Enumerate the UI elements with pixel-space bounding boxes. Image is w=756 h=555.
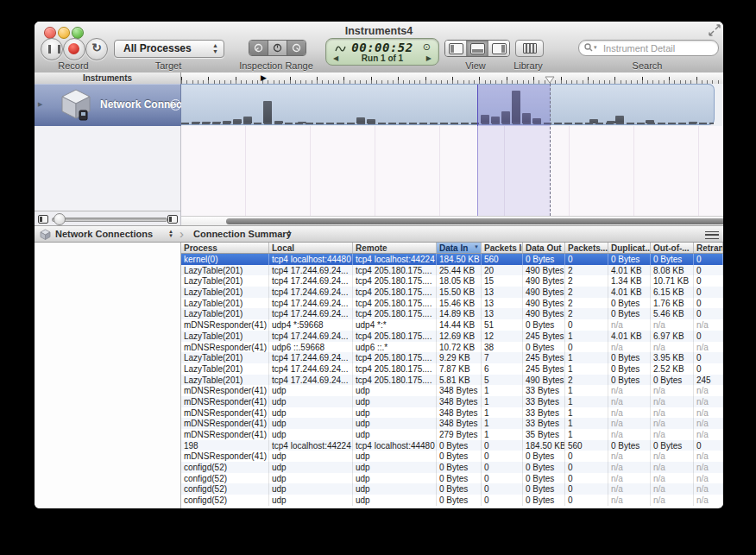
table-row[interactable]: mDNSResponder(41)udpudp279 Bytes135 Byte… — [181, 429, 723, 440]
timeline-lane[interactable] — [181, 84, 715, 125]
table-cell: udp — [269, 473, 353, 484]
column-header-data-in[interactable]: Data In▼ — [437, 243, 482, 253]
table-row[interactable]: LazyTable(201)tcp4 17.244.69.24...tcp4 2… — [181, 265, 723, 276]
table-cell: 0 — [482, 483, 523, 495]
timer-display[interactable]: 00:00:52 ⊙ ◀ Run 1 of 1 ▶ — [325, 38, 439, 66]
inspection-range-middle-button[interactable] — [268, 41, 287, 55]
column-header-data-out[interactable]: Data Out — [523, 243, 565, 253]
table-cell: 6.15 KB — [651, 287, 694, 298]
table-row[interactable]: 198tcp4 localhost:44224tcp4 localhost:44… — [181, 440, 723, 451]
inspection-range-segmented — [249, 40, 306, 56]
timeline-ruler[interactable]: ▶ — [181, 73, 723, 85]
table-row[interactable]: LazyTable(201)tcp4 17.244.69.24...tcp4 2… — [181, 275, 723, 287]
summary-selector-arrows-icon[interactable]: ▲▼ — [287, 230, 292, 238]
table-cell: 1.34 KB — [608, 275, 651, 287]
summary-selector[interactable]: Connection Summary — [193, 229, 292, 239]
table-cell: n/a — [608, 418, 651, 429]
table-cell: 0 — [482, 473, 523, 484]
table-row[interactable]: mDNSResponder(41)udp4 *:59668udp4 *:*14.… — [181, 319, 723, 331]
table-cell: 4.01 KB — [608, 331, 651, 342]
table-cell: 490 Bytes — [523, 298, 565, 309]
table-cell: tcp4 localhost:44224 — [269, 440, 353, 451]
search-input[interactable] — [602, 41, 715, 54]
table-cell: 5.46 KB — [651, 308, 694, 319]
instrument-selector[interactable]: Network Connections — [55, 229, 153, 239]
view-segmented — [444, 40, 510, 57]
instrument-cube-icon — [59, 88, 93, 121]
table-row[interactable]: LazyTable(201)tcp4 17.244.69.24...tcp4 2… — [181, 363, 723, 375]
inspection-range-end-button[interactable] — [287, 41, 306, 55]
table-cell: LazyTable(201) — [181, 363, 269, 375]
target-dropdown[interactable]: All Processes ▲▼ — [114, 40, 224, 58]
table-cell: n/a — [694, 385, 723, 396]
table-cell: 6.97 KB — [651, 331, 694, 342]
table-cell: mDNSResponder(41) — [181, 342, 269, 353]
column-header-retran-[interactable]: Retran... — [694, 243, 723, 253]
table-cell: udp — [269, 385, 353, 396]
table-row[interactable]: kernel(0)tcp4 localhost:44480tcp4 localh… — [181, 254, 723, 265]
column-header-out-of-[interactable]: Out-of-... — [651, 243, 694, 253]
column-header-remote[interactable]: Remote — [353, 243, 437, 253]
record-button[interactable] — [63, 38, 85, 60]
track-header-network-connections[interactable]: ▶ Network Connections i — [35, 84, 181, 126]
run-indicator: Run 1 of 1 — [326, 54, 438, 63]
expand-icon[interactable] — [709, 24, 721, 36]
table-row[interactable]: mDNSResponder(41)udpudp0 Bytes00 Bytes0n… — [181, 451, 723, 462]
loop-button[interactable]: ↻ — [85, 38, 108, 60]
right-pane-icon — [492, 43, 507, 54]
view-right-pane-button[interactable] — [488, 41, 509, 56]
table-row[interactable]: configd(52)udpudp0 Bytes00 Bytes0n/an/an… — [181, 473, 723, 484]
detail-toolbar: Network Connections ▲▼ › Connection Summ… — [35, 225, 723, 243]
table-row[interactable]: configd(52)udpudp0 Bytes00 Bytes0n/an/an… — [181, 462, 723, 473]
zoom-slider-track[interactable] — [52, 218, 167, 222]
table-row[interactable]: configd(52)udpudp0 Bytes00 Bytes0n/an/an… — [181, 495, 723, 506]
disclosure-triangle-icon[interactable]: ▶ — [38, 101, 42, 108]
library-button[interactable] — [515, 40, 544, 57]
table-row[interactable]: LazyTable(201)tcp4 17.244.69.24...tcp4 2… — [181, 308, 723, 319]
inspection-range-start-button[interactable] — [249, 41, 268, 55]
scrollbar-thumb[interactable] — [226, 218, 723, 224]
table-cell: configd(52) — [181, 495, 269, 506]
table-cell: LazyTable(201) — [181, 375, 269, 386]
table-cell: n/a — [608, 429, 651, 440]
table-row[interactable]: LazyTable(201)tcp4 17.244.69.24...tcp4 2… — [181, 352, 723, 363]
time-selection-region[interactable] — [477, 85, 551, 126]
column-header-duplicat-[interactable]: Duplicat... — [608, 243, 651, 253]
table-row[interactable]: mDNSResponder(41)udpudp348 Bytes133 Byte… — [181, 418, 723, 429]
instrument-selector-arrows-icon[interactable]: ▲▼ — [168, 230, 173, 238]
column-header-process[interactable]: Process — [181, 243, 269, 253]
table-row[interactable]: LazyTable(201)tcp4 17.244.69.24...tcp4 2… — [181, 287, 723, 298]
view-bottom-pane-button[interactable] — [467, 41, 488, 56]
table-cell: n/a — [694, 483, 723, 495]
table-row[interactable]: LazyTable(201)tcp4 17.244.69.24...tcp4 2… — [181, 298, 723, 309]
table-row[interactable]: configd(52)udpudp0 Bytes00 Bytes0n/an/an… — [181, 483, 723, 495]
view-left-pane-button[interactable] — [445, 41, 467, 56]
table-cell: n/a — [651, 451, 694, 462]
run-next-icon[interactable]: ▶ — [426, 54, 432, 62]
table-cell: 1 — [482, 385, 523, 396]
selection-marker-icon[interactable] — [545, 76, 555, 84]
table-row[interactable]: LazyTable(201)tcp4 17.244.69.24...tcp4 2… — [181, 375, 723, 386]
table-cell: 4.01 KB — [608, 287, 651, 298]
table-cell: 0 Bytes — [608, 254, 651, 265]
column-header-packets-in[interactable]: Packets In — [482, 243, 523, 253]
table-row[interactable]: mDNSResponder(41)udpudp348 Bytes133 Byte… — [181, 396, 723, 407]
table-cell: n/a — [651, 495, 694, 506]
column-header-local[interactable]: Local — [269, 243, 353, 253]
info-icon[interactable]: i — [170, 99, 181, 110]
table-row[interactable]: mDNSResponder(41)udpudp348 Bytes133 Byte… — [181, 407, 723, 419]
column-header-packets-[interactable]: Packets... — [565, 243, 608, 253]
table-cell: 33 Bytes — [523, 396, 565, 407]
table-row[interactable]: LazyTable(201)tcp4 17.244.69.24...tcp4 2… — [181, 331, 723, 342]
search-field[interactable]: ▾ — [578, 40, 719, 56]
table-row[interactable]: mDNSResponder(41)udpudp348 Bytes133 Byte… — [181, 385, 723, 396]
zoom-slider-thumb[interactable] — [54, 213, 66, 225]
table-cell: 0 Bytes — [437, 451, 482, 462]
pause-button[interactable] — [41, 38, 63, 60]
playhead-flag-icon[interactable]: ▶ — [261, 73, 267, 83]
table-row[interactable]: mDNSResponder(41)udp6 ::.59668udp6 ::.*1… — [181, 342, 723, 353]
menu-icon[interactable] — [705, 231, 719, 239]
connection-summary-table: ProcessLocalRemoteData In▼Packets InData… — [181, 243, 723, 508]
small-track-icon — [38, 215, 48, 224]
table-cell: 13 — [482, 308, 523, 319]
